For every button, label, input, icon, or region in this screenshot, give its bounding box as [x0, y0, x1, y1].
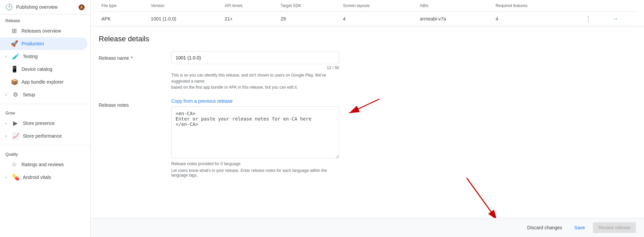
gear-icon: ⚙ — [12, 91, 19, 98]
release-notes-textarea[interactable]: <en-CA> Enter or paste your release note… — [171, 106, 339, 158]
play-icon: ▶ — [12, 120, 19, 127]
sidebar-item-store-performance[interactable]: › 📈 Store performance — [0, 130, 88, 142]
sidebar-item-label: Android vitals — [23, 175, 51, 180]
sidebar: 🕐 Publishing overview 🔕 Release ⊞ Releas… — [0, 0, 91, 237]
chevron-right-setup: › — [5, 92, 7, 97]
release-notes-label: Release notes — [99, 98, 166, 108]
col-screen-layouts: Screen layouts — [340, 0, 417, 12]
notes-status: Release notes provided for 0 language — [171, 161, 339, 166]
release-name-hint: This is so you can identify this release… — [171, 72, 339, 90]
publishing-overview-item[interactable]: 🕐 Publishing overview 🔕 — [0, 0, 90, 14]
sidebar-item-setup[interactable]: › ⚙ Setup — [0, 88, 88, 101]
star-icon: ☆ — [11, 161, 17, 168]
sidebar-item-releases-overview[interactable]: ⊞ Releases overview — [0, 25, 88, 37]
chevron-right-testing: › — [5, 54, 7, 59]
sidebar-item-label: App bundle explorer — [21, 79, 63, 85]
release-notes-content: Copy from a previous release <en-CA> Ent… — [171, 98, 339, 178]
clock-icon: 🕐 — [5, 3, 13, 11]
bundle-icon: 📦 — [11, 78, 17, 86]
sidebar-item-label: Testing — [23, 54, 38, 59]
col-file-type: File type — [99, 0, 148, 12]
release-notes-row: Release notes Copy from a previous relea… — [99, 98, 636, 178]
grow-section-header: Grow — [0, 107, 90, 117]
file-table: File type Version API levels Target SDK … — [99, 0, 636, 26]
sidebar-item-android-vitals[interactable]: › 💊 Android vitals — [0, 171, 88, 184]
chart-icon: 📈 — [12, 132, 19, 140]
main-content: File type Version API levels Target SDK … — [91, 0, 644, 237]
char-count: 12 / 50 — [171, 65, 339, 70]
cell-version: 1001 (1.0.0) — [148, 12, 222, 26]
rocket-icon: 🚀 — [11, 40, 17, 47]
cell-screen-layouts: 4 — [340, 12, 417, 26]
cell-required-features: 4 — [493, 12, 583, 26]
publishing-overview-label: Publishing overview — [16, 4, 75, 10]
sidebar-item-ratings-reviews[interactable]: ☆ Ratings and reviews — [0, 158, 88, 171]
divider-2 — [0, 145, 90, 145]
row-detail-link[interactable]: → — [613, 16, 618, 21]
sidebar-item-device-catalog[interactable]: 📱 Device catalog — [0, 63, 88, 76]
sidebar-item-store-presence[interactable]: › ▶ Store presence — [0, 117, 88, 130]
sidebar-item-label: Production — [21, 41, 44, 46]
review-release-button[interactable]: Review release — [593, 222, 636, 233]
quality-section-header: Quality — [0, 148, 90, 158]
copy-from-previous-link[interactable]: Copy from a previous release — [171, 98, 233, 104]
vitals-icon: 💊 — [12, 174, 19, 181]
bottom-bar: Discard changes Save Review release — [91, 218, 644, 237]
cell-api-levels: 21+ — [222, 12, 278, 26]
bell-off-icon: 🔕 — [78, 4, 85, 10]
divider-1 — [0, 104, 90, 104]
sidebar-item-testing[interactable]: › 🧪 Testing — [0, 50, 88, 63]
sidebar-item-label: Ratings and reviews — [21, 162, 64, 167]
col-target-sdk: Target SDK — [278, 0, 340, 12]
release-name-row: Release name * 12 / 50 This is so you ca… — [99, 51, 636, 90]
sidebar-item-app-bundle-explorer[interactable]: 📦 App bundle explorer — [0, 76, 88, 88]
col-version: Version — [148, 0, 222, 12]
table-row: APK 1001 (1.0.0) 21+ 29 4 armeabi-v7a 4 … — [99, 12, 636, 26]
cell-target-sdk: 29 — [278, 12, 340, 26]
chevron-right-performance: › — [5, 134, 7, 138]
phone-icon: 📱 — [11, 65, 17, 73]
sidebar-item-label: Releases overview — [21, 28, 61, 34]
save-button[interactable]: Save — [570, 222, 589, 233]
chevron-right-vitals: › — [5, 175, 7, 180]
grid-icon: ⊞ — [11, 27, 17, 35]
flask-icon: 🧪 — [12, 53, 19, 60]
release-details-title: Release details — [99, 35, 636, 43]
sidebar-item-label: Store presence — [23, 121, 55, 126]
release-name-input[interactable] — [171, 51, 339, 64]
notes-help-text: Let users know what's in your release. E… — [171, 168, 339, 178]
release-details-section: Release details Release name * 12 / 50 T… — [91, 27, 644, 191]
col-required-features: Required features — [493, 0, 583, 12]
release-name-label: Release name * — [99, 51, 166, 61]
col-abis: ABIs — [417, 0, 493, 12]
row-more-menu[interactable]: ⋮ — [585, 15, 591, 22]
release-section-header: Release — [0, 14, 90, 25]
cell-abis: armeabi-v7a — [417, 12, 493, 26]
chevron-right-presence: › — [5, 121, 7, 126]
sidebar-item-production[interactable]: 🚀 Production — [0, 37, 88, 50]
sidebar-item-label: Device catalog — [21, 66, 52, 72]
sidebar-item-label: Setup — [23, 92, 35, 97]
discard-changes-button[interactable]: Discard changes — [523, 222, 566, 233]
col-api-levels: API levels — [222, 0, 278, 12]
release-name-content: 12 / 50 This is so you can identify this… — [171, 51, 339, 90]
cell-file-type: APK — [99, 12, 148, 26]
file-table-area: File type Version API levels Target SDK … — [91, 0, 644, 27]
sidebar-item-label: Store performance — [23, 133, 62, 139]
